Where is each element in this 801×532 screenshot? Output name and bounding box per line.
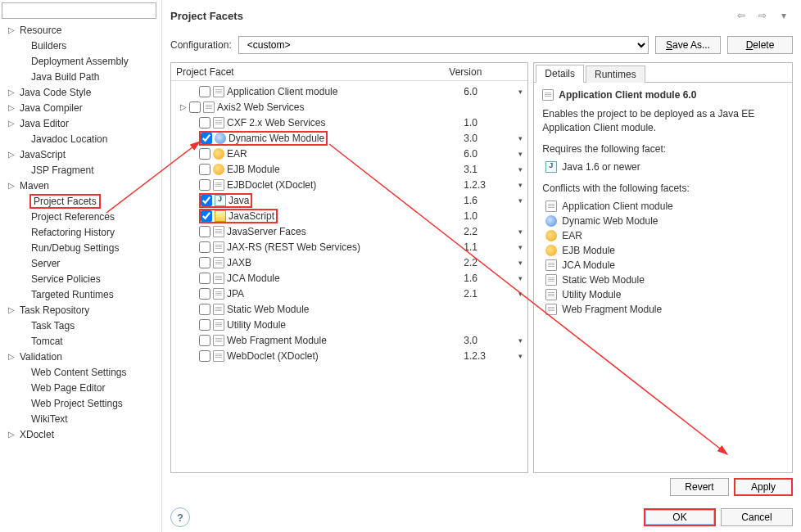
facet-checkbox[interactable]	[199, 86, 210, 97]
sidebar-item[interactable]: ▷Validation	[3, 349, 156, 364]
facet-row[interactable]: Web Fragment Module3.0▾	[171, 332, 527, 348]
sidebar-item[interactable]: ▷Javadoc Location	[3, 131, 156, 147]
facet-checkbox[interactable]	[201, 210, 212, 222]
facet-checkbox[interactable]	[199, 164, 210, 175]
expand-icon[interactable]: ▷	[5, 119, 18, 128]
facet-row[interactable]: Static Web Module	[171, 301, 527, 317]
save-as-button[interactable]: SSave As...ave As...	[655, 36, 721, 54]
facet-checkbox[interactable]	[199, 319, 210, 331]
facet-checkbox[interactable]	[199, 179, 210, 191]
facet-checkbox[interactable]	[199, 241, 210, 253]
col-facet-header[interactable]: Project Facet	[171, 66, 444, 78]
facet-row[interactable]: JAX-RS (REST Web Services)1.1▾	[171, 239, 527, 255]
facet-row[interactable]: JCA Module1.6▾	[171, 270, 527, 286]
expand-icon[interactable]: ▷	[5, 430, 18, 439]
version-dropdown-icon[interactable]: ▾	[513, 181, 527, 189]
apply-button[interactable]: Apply	[734, 478, 793, 496]
facet-row[interactable]: JAXB2.2▾	[171, 255, 527, 270]
facet-row[interactable]: Dynamic Web Module3.0▾	[171, 130, 527, 146]
version-dropdown-icon[interactable]: ▾	[513, 290, 527, 298]
version-dropdown-icon[interactable]: ▾	[513, 165, 527, 174]
facet-row[interactable]: JPA2.1▾	[171, 286, 527, 301]
sidebar-item[interactable]: ▷Resource	[3, 22, 156, 38]
version-dropdown-icon[interactable]: ▾	[513, 259, 527, 267]
version-dropdown-icon[interactable]: ▾	[513, 150, 527, 158]
sidebar-item[interactable]: ▷Maven	[3, 178, 156, 193]
version-dropdown-icon[interactable]: ▾	[513, 196, 527, 205]
expand-icon[interactable]: ▷	[5, 352, 18, 361]
facet-row[interactable]: EJBDoclet (XDoclet)1.2.3▾	[171, 177, 527, 192]
sidebar-item[interactable]: ▷Server	[3, 255, 156, 271]
sidebar-item[interactable]: ▷JSP Fragment	[3, 162, 156, 178]
expand-icon[interactable]: ▷	[5, 150, 18, 159]
sidebar-item[interactable]: ▷Refactoring History	[3, 224, 156, 240]
facet-checkbox[interactable]	[199, 257, 210, 268]
ok-button[interactable]: OK	[644, 508, 716, 526]
sidebar-item[interactable]: ▷Java Code Style	[3, 84, 156, 100]
facet-checkbox[interactable]	[199, 304, 210, 315]
sidebar-item[interactable]: ▷JavaScript	[3, 147, 156, 162]
sidebar-item[interactable]: ▷Java Editor	[3, 115, 156, 131]
facet-checkbox[interactable]	[201, 133, 212, 144]
nav-menu-button[interactable]: ▾	[775, 8, 793, 23]
sidebar-item[interactable]: ▷Project References	[3, 209, 156, 224]
version-dropdown-icon[interactable]: ▾	[513, 88, 527, 96]
version-dropdown-icon[interactable]: ▾	[513, 243, 527, 251]
facet-row[interactable]: EAR6.0▾	[171, 146, 527, 161]
expand-icon[interactable]: ▷	[5, 103, 18, 112]
nav-back-button[interactable]: ⇦	[732, 8, 750, 23]
expand-icon[interactable]: ▷	[5, 305, 18, 314]
facet-row[interactable]: Utility Module	[171, 317, 527, 332]
version-dropdown-icon[interactable]: ▾	[513, 274, 527, 282]
facet-row[interactable]: JavaScript1.0	[171, 208, 527, 223]
facet-row[interactable]: JavaServer Faces2.2▾	[171, 223, 527, 239]
sidebar-item[interactable]: ▷Web Page Editor	[3, 380, 156, 395]
facet-checkbox[interactable]	[199, 117, 210, 128]
expand-icon[interactable]: ▷	[5, 181, 18, 190]
facet-checkbox[interactable]	[199, 335, 210, 346]
version-dropdown-icon[interactable]: ▾	[513, 336, 527, 345]
tab-details[interactable]: Details	[536, 65, 584, 83]
sidebar-item[interactable]: ▷Web Project Settings	[3, 395, 156, 411]
expand-icon[interactable]: ▷	[5, 88, 18, 97]
sidebar-item[interactable]: ▷Project Facets	[3, 193, 156, 209]
expand-icon[interactable]: ▷	[5, 25, 18, 34]
config-select[interactable]: <custom>	[238, 36, 649, 54]
sidebar-item[interactable]: ▷Java Build Path	[3, 69, 156, 84]
sidebar-item[interactable]: ▷Tomcat	[3, 333, 156, 349]
facet-row[interactable]: ▷Axis2 Web Services	[171, 99, 527, 115]
version-dropdown-icon[interactable]: ▾	[513, 228, 527, 236]
facet-row[interactable]: Java1.6▾	[171, 192, 527, 208]
revert-button[interactable]: Revert	[670, 478, 729, 496]
sidebar-item[interactable]: ▷Builders	[3, 38, 156, 53]
sidebar-item[interactable]: ▷Deployment Assembly	[3, 53, 156, 69]
nav-fwd-button[interactable]: ⇨	[753, 8, 772, 23]
version-dropdown-icon[interactable]: ▾	[513, 134, 527, 142]
facet-row[interactable]: EJB Module3.1▾	[171, 161, 527, 177]
sidebar-item[interactable]: ▷Service Policies	[3, 271, 156, 286]
facet-checkbox[interactable]	[199, 273, 210, 284]
sidebar-item[interactable]: ▷Java Compiler	[3, 100, 156, 115]
facet-checkbox[interactable]	[199, 148, 210, 160]
facet-checkbox[interactable]	[189, 101, 201, 113]
col-version-header[interactable]: Version	[444, 66, 527, 78]
sidebar-item[interactable]: ▷Run/Debug Settings	[3, 240, 156, 255]
expand-icon[interactable]: ▷	[178, 102, 189, 111]
facet-checkbox[interactable]	[199, 350, 210, 362]
facet-checkbox[interactable]	[199, 288, 210, 300]
filter-input[interactable]	[2, 2, 156, 19]
cancel-button[interactable]: Cancel	[721, 508, 793, 526]
facet-row[interactable]: CXF 2.x Web Services1.0	[171, 115, 527, 130]
sidebar-item[interactable]: ▷XDoclet	[3, 426, 156, 442]
help-button[interactable]: ?	[170, 507, 190, 527]
sidebar-item[interactable]: ▷Targeted Runtimes	[3, 286, 156, 302]
facet-row[interactable]: Application Client module6.0▾	[171, 83, 527, 99]
delete-button[interactable]: Delete	[727, 36, 793, 54]
facet-checkbox[interactable]	[201, 195, 212, 206]
sidebar-item[interactable]: ▷Task Repository	[3, 302, 156, 318]
facet-row[interactable]: WebDoclet (XDoclet)1.2.3▾	[171, 348, 527, 363]
sidebar-item[interactable]: ▷Task Tags	[3, 318, 156, 333]
sidebar-item[interactable]: ▷Web Content Settings	[3, 364, 156, 380]
facet-checkbox[interactable]	[199, 226, 210, 237]
sidebar-item[interactable]: ▷WikiText	[3, 411, 156, 426]
